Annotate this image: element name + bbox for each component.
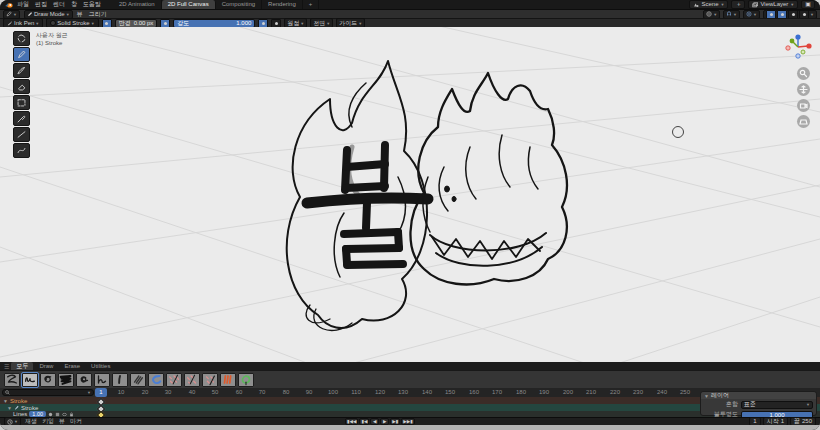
material-swatch <box>50 20 56 26</box>
brush-13[interactable] <box>220 373 236 387</box>
draw-tool[interactable] <box>13 47 30 62</box>
app-menubar: 파일편집렌더창도움말 <box>17 0 101 9</box>
workspace-tab[interactable]: Rendering <box>262 0 303 9</box>
brush-10[interactable] <box>166 373 182 387</box>
viewport-overlay-text: 사용자 원근 (1) Stroke <box>36 31 68 47</box>
ruler-tick: 170 <box>492 389 502 395</box>
object-channel-label: Stroke <box>10 398 27 404</box>
brush-2[interactable] <box>22 373 38 387</box>
expand-icon[interactable]: ▼ <box>7 405 12 411</box>
ruler-tick: 200 <box>563 389 573 395</box>
opacity-label: 불투명도 <box>704 410 738 417</box>
blender-logo-icon[interactable] <box>5 2 13 8</box>
asset-shelf-tab[interactable]: 모두 <box>11 362 33 370</box>
clock-icon <box>7 419 13 425</box>
expand-icon[interactable]: ▼ <box>3 398 8 404</box>
grease-pencil-drawing <box>0 27 820 362</box>
asset-shelf-menu-icon[interactable]: ☰ <box>4 363 9 370</box>
layer-panel: ▼레이어 혼합 표준▼ 불투명도 1.000 <box>700 391 817 416</box>
brush-3[interactable] <box>40 373 56 387</box>
brush-4[interactable] <box>58 373 74 387</box>
workspace-tab[interactable]: 2D Full Canvas <box>162 0 216 9</box>
grease-pencil-editor-icon <box>6 11 12 17</box>
viewport[interactable]: 사용자 원근 (1) Stroke <box>0 27 820 362</box>
ruler-tick: 50 <box>212 389 219 395</box>
layer-panel-header[interactable]: ▼레이어 <box>701 392 816 399</box>
workspace-tab[interactable]: + <box>303 0 320 9</box>
current-frame-badge[interactable]: 1 <box>95 388 107 397</box>
brush-8[interactable] <box>130 373 146 387</box>
scene-selector[interactable]: Scene▼ <box>689 0 728 9</box>
channel-row-object[interactable]: ▼ Stroke <box>0 397 820 404</box>
app-menu-item[interactable]: 파일 <box>17 0 29 9</box>
cutter-tool[interactable] <box>13 95 30 110</box>
new-view-layer-button[interactable]: ▣ <box>801 0 815 9</box>
workspace-tab[interactable]: 2D Animation <box>113 0 162 9</box>
brush-7[interactable] <box>112 373 128 387</box>
jump-to-next-keyframe-button[interactable]: ▶▮ <box>390 418 400 425</box>
ruler-tick: 60 <box>236 389 243 395</box>
brush-14[interactable] <box>238 373 254 387</box>
curve-tool[interactable] <box>13 143 30 158</box>
app-menu-item[interactable]: 도움말 <box>83 0 101 9</box>
lock-icon[interactable] <box>69 412 74 417</box>
tool-settings-bar: Ink Pen▼ Solid Stroke▼ 반경0.00 px 강도1.000… <box>0 18 820 27</box>
ruler-tick: 90 <box>306 389 313 395</box>
hide-icon[interactable] <box>62 412 67 417</box>
blend-mode-dropdown[interactable]: 표준▼ <box>741 401 813 409</box>
ruler-tick: 220 <box>610 389 620 395</box>
erase-tool[interactable] <box>13 79 30 94</box>
shading-dropdown[interactable]: ▼ <box>810 12 814 17</box>
line-tool[interactable] <box>13 127 30 142</box>
ruler-tick: 30 <box>165 389 172 395</box>
ruler-tick: 130 <box>398 389 408 395</box>
ruler-tick: 190 <box>539 389 549 395</box>
brush-5[interactable] <box>76 373 92 387</box>
app-menu-item[interactable]: 렌더 <box>53 0 65 9</box>
asset-shelf-tab[interactable]: Utilities <box>86 362 115 370</box>
viewport-nav-buttons <box>797 67 810 128</box>
ruler-tick: 40 <box>189 389 196 395</box>
eyedropper-tool[interactable] <box>13 111 30 126</box>
channel-search-box: ▼ <box>2 389 94 396</box>
app-menu-item[interactable]: 창 <box>71 0 77 9</box>
brush-1[interactable] <box>4 373 20 387</box>
zoom-button[interactable] <box>797 67 810 80</box>
ruler-tick: 240 <box>657 389 667 395</box>
perspective-toggle-button[interactable] <box>797 115 810 128</box>
new-scene-button[interactable]: ＋ <box>731 0 745 9</box>
filter-dropdown[interactable]: ▼ <box>87 390 91 395</box>
navigation-gizmo[interactable] <box>784 32 812 60</box>
cursor-tool[interactable] <box>13 31 30 46</box>
scene-icon <box>693 2 699 8</box>
view-layer-selector[interactable]: ViewLayer▼ <box>748 0 798 9</box>
jump-to-start-button[interactable]: ▮◀◀ <box>345 418 358 425</box>
channel-search-input[interactable] <box>12 390 85 396</box>
brush-12[interactable] <box>202 373 218 387</box>
active-object-label: (1) Stroke <box>36 39 68 47</box>
ruler-tick: 210 <box>586 389 596 395</box>
channel-row-gpdata[interactable]: ▼ Stroke <box>0 404 820 411</box>
move-view-button[interactable] <box>797 83 810 96</box>
jump-to-prev-keyframe-button[interactable]: ▮◀ <box>359 418 369 425</box>
play-button[interactable]: ▶ <box>380 418 389 425</box>
onion-skin-icon[interactable] <box>48 412 53 417</box>
ruler-tick: 120 <box>375 389 385 395</box>
brush-6[interactable] <box>94 373 110 387</box>
topbar-right: Scene▼ ＋ ViewLayer▼ ▣ <box>689 0 815 9</box>
ruler-tick: 250 <box>680 389 690 395</box>
mask-icon[interactable] <box>55 412 60 417</box>
workspace-tab[interactable]: Compositing <box>216 0 262 9</box>
camera-view-button[interactable] <box>797 99 810 112</box>
jump-to-end-button[interactable]: ▶▶▮ <box>401 418 414 425</box>
asset-shelf-tab[interactable]: Draw <box>34 362 58 370</box>
brush-9[interactable] <box>148 373 164 387</box>
play-reverse-button[interactable]: ◀ <box>370 418 379 425</box>
fill-tool[interactable] <box>13 63 30 78</box>
brush-icon <box>7 20 13 26</box>
asset-shelf-tab[interactable]: Erase <box>59 362 85 370</box>
brush-11[interactable] <box>184 373 200 387</box>
topbar: 파일편집렌더창도움말 2D Animation2D Full CanvasCom… <box>0 0 820 9</box>
ruler-tick: 20 <box>142 389 149 395</box>
app-menu-item[interactable]: 편집 <box>35 0 47 9</box>
